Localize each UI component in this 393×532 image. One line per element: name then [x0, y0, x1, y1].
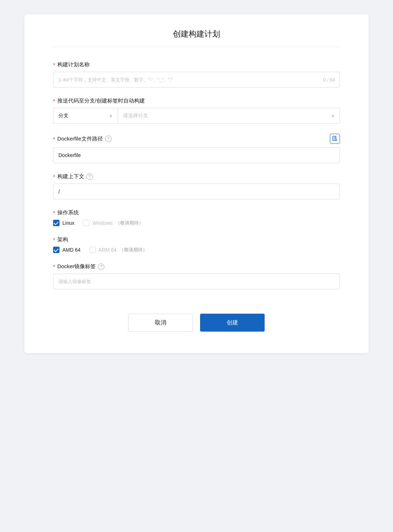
arch-arm64-label: ARM 64	[99, 247, 117, 253]
required-star-2: *	[53, 98, 55, 104]
required-star-5: *	[53, 210, 55, 216]
arch-label: * 架构	[53, 236, 340, 243]
plan-name-section: * 构建计划名称 0 / 64	[53, 61, 340, 87]
required-star-6: *	[53, 237, 55, 243]
os-windows-checkbox	[83, 220, 89, 226]
docker-tag-help-icon[interactable]: ?	[98, 263, 104, 270]
create-button[interactable]: 创建	[200, 314, 265, 332]
dockerfile-label-row: * Dockerfile文件路径 ?	[53, 134, 340, 144]
os-windows-item: Windows （敬请期待）	[83, 220, 143, 226]
docker-tag-input[interactable]	[53, 274, 340, 289]
plan-name-input[interactable]	[53, 72, 340, 87]
cancel-button[interactable]: 取消	[128, 314, 193, 332]
required-star-4: *	[53, 174, 55, 180]
arch-arm64-coming-soon: （敬请期待）	[119, 247, 147, 253]
required-star: *	[53, 62, 55, 68]
os-checkbox-group: Linux Windows （敬请期待）	[53, 220, 340, 226]
required-star-7: *	[53, 263, 55, 270]
os-linux-label: Linux	[62, 220, 74, 226]
footer-buttons: 取消 创建	[53, 307, 340, 332]
os-windows-label: Windows	[92, 220, 113, 226]
dockerfile-help-icon[interactable]: ?	[105, 136, 112, 142]
auto-build-label: * 推送代码至分支/创建标签时自动构建	[53, 98, 340, 104]
arch-arm64-item: ARM 64 （敬请期待）	[89, 247, 148, 253]
os-windows-coming-soon: （敬请期待）	[115, 220, 143, 226]
dockerfile-section: * Dockerfile文件路径 ?	[53, 134, 340, 163]
file-picker-icon[interactable]	[330, 134, 340, 144]
page-container: 创建构建计划 * 构建计划名称 0 / 64 * 推送代码至分支/创建标签时自动…	[0, 0, 393, 532]
os-linux-item[interactable]: Linux	[53, 220, 74, 226]
dockerfile-label-left: * Dockerfile文件路径 ?	[53, 136, 112, 142]
arch-amd64-label: AMD 64	[62, 247, 81, 253]
os-label: * 操作系统	[53, 209, 340, 216]
build-context-input[interactable]	[53, 184, 340, 199]
arch-checkbox-group: AMD 64 ARM 64 （敬请期待）	[53, 247, 340, 253]
plan-name-input-wrapper: 0 / 64	[53, 72, 340, 87]
build-context-section: * 构建上下文 ?	[53, 173, 340, 199]
docker-tag-label: * Docker镜像标签 ?	[53, 263, 340, 270]
dockerfile-path-input[interactable]	[53, 147, 340, 163]
build-context-label: * 构建上下文 ?	[53, 173, 340, 180]
branch-select[interactable]: 请选择分支 ∨	[118, 108, 340, 124]
type-select[interactable]: 分支 ∨	[53, 108, 118, 124]
type-chevron-icon: ∨	[109, 113, 113, 118]
arch-amd64-checkbox[interactable]	[53, 247, 60, 253]
select-row: 分支 ∨ 请选择分支 ∨	[53, 108, 340, 124]
arch-arm64-checkbox	[89, 247, 96, 253]
branch-chevron-icon: ∨	[331, 113, 335, 118]
arch-section: * 架构 AMD 64 ARM 64 （敬请期待）	[53, 236, 340, 253]
docker-tag-section: * Docker镜像标签 ?	[53, 263, 340, 289]
form-card: 创建构建计划 * 构建计划名称 0 / 64 * 推送代码至分支/创建标签时自动…	[24, 14, 369, 353]
os-section: * 操作系统 Linux Windows （敬请期待）	[53, 209, 340, 226]
arch-amd64-item[interactable]: AMD 64	[53, 247, 81, 253]
plan-name-label: * 构建计划名称	[53, 61, 340, 68]
required-star-3: *	[53, 136, 55, 142]
auto-build-section: * 推送代码至分支/创建标签时自动构建 分支 ∨ 请选择分支 ∨	[53, 98, 340, 124]
build-context-help-icon[interactable]: ?	[86, 174, 93, 180]
os-linux-checkbox[interactable]	[53, 220, 60, 226]
page-title: 创建构建计划	[53, 29, 340, 47]
